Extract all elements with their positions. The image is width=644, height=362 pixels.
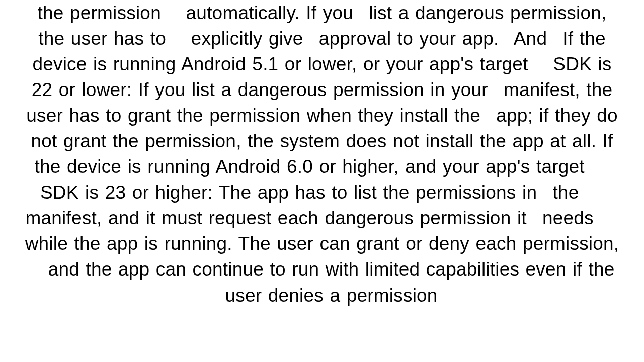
body-paragraph: the permission automatically. If you lis… (24, 0, 620, 308)
document-container: the permission automatically. If you lis… (0, 0, 644, 362)
